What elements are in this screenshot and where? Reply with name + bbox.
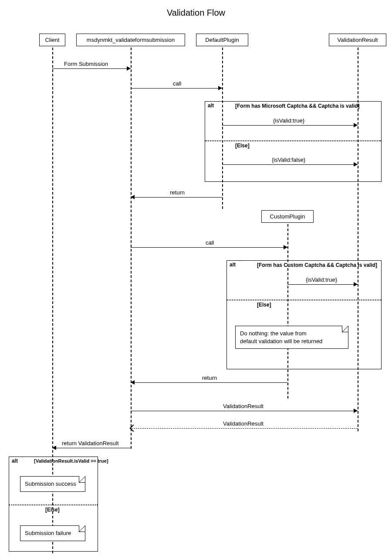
label-validation-result-1: ValidationResult <box>222 403 264 409</box>
msg-call-default <box>131 88 222 89</box>
arrowhead-icon <box>354 123 358 127</box>
msg-validation-result-send <box>131 411 358 411</box>
label-call-default: call <box>172 80 182 87</box>
label-validation-result-2: ValidationResult <box>222 420 264 427</box>
alt1-divider <box>205 140 381 141</box>
arrowhead-icon <box>284 245 287 249</box>
label-return-validation: return ValidationResult <box>61 440 120 447</box>
note-failure: Submission failure <box>20 525 85 541</box>
alt-tag-3: alt <box>9 457 23 465</box>
label-isvalid-true-2: {isValid:true} <box>305 276 338 283</box>
alt3-else: [Else] <box>45 507 60 513</box>
lifeline-validate <box>131 48 132 449</box>
alt-fragment-1: alt <box>205 101 382 182</box>
alt-fragment-2: alt <box>226 260 382 369</box>
msg-form-submission <box>52 68 131 69</box>
label-isvalid-false: {isValid:false} <box>271 157 306 163</box>
note-do-nothing: Do nothing: the value fromdefault valida… <box>235 326 348 349</box>
arrowhead-icon <box>52 446 56 450</box>
msg-isvalid-true-1 <box>222 125 358 126</box>
alt-tag-1: alt <box>205 101 219 109</box>
arrowhead-icon <box>354 162 358 167</box>
participant-custom-plugin: CustomPlugin <box>261 210 314 223</box>
label-return-default: return <box>169 189 186 196</box>
arrowhead-icon <box>131 380 135 385</box>
participant-validate: msdynmkt_validateformsubmission <box>76 34 185 46</box>
label-return-custom: return <box>201 375 218 381</box>
alt2-else: [Else] <box>257 302 271 308</box>
alt-tag-2: alt <box>226 260 240 269</box>
msg-return-custom <box>131 382 287 383</box>
sequence-diagram: Client msdynmkt_validateformsubmission D… <box>0 20 392 557</box>
alt3-divider <box>9 504 98 505</box>
msg-isvalid-false <box>222 164 358 165</box>
diagram-title: Validation Flow <box>0 0 392 20</box>
label-form-submission: Form Submission <box>63 61 109 67</box>
participant-default-plugin: DefaultPlugin <box>196 34 248 46</box>
participant-client: Client <box>39 34 65 46</box>
note-success: Submission success <box>20 476 85 492</box>
arrowhead-icon <box>354 409 358 413</box>
alt2-divider <box>227 300 381 300</box>
arrowhead-icon <box>127 66 131 71</box>
arrowhead-icon <box>218 86 222 90</box>
label-isvalid-true-1: {isValid:true} <box>272 117 305 124</box>
msg-return-to-client <box>52 448 131 448</box>
alt1-else: [Else] <box>235 143 250 149</box>
participant-validation-result: ValidationResult <box>329 34 386 46</box>
msg-return-default <box>131 197 222 198</box>
arrowhead-icon <box>131 195 135 199</box>
msg-call-custom <box>131 247 287 248</box>
msg-validation-result-return <box>132 428 358 429</box>
alt1-guard1: [Form has Microsoft Captcha && Captcha i… <box>235 103 359 109</box>
msg-isvalid-true-2 <box>287 284 358 285</box>
arrowhead-icon <box>354 282 358 286</box>
alt3-guard1: [ValidationResult.isValid == true] <box>34 458 108 464</box>
alt2-guard1: [Form has Custom Captcha && Captcha is v… <box>257 262 377 268</box>
label-call-custom: call <box>205 239 215 246</box>
